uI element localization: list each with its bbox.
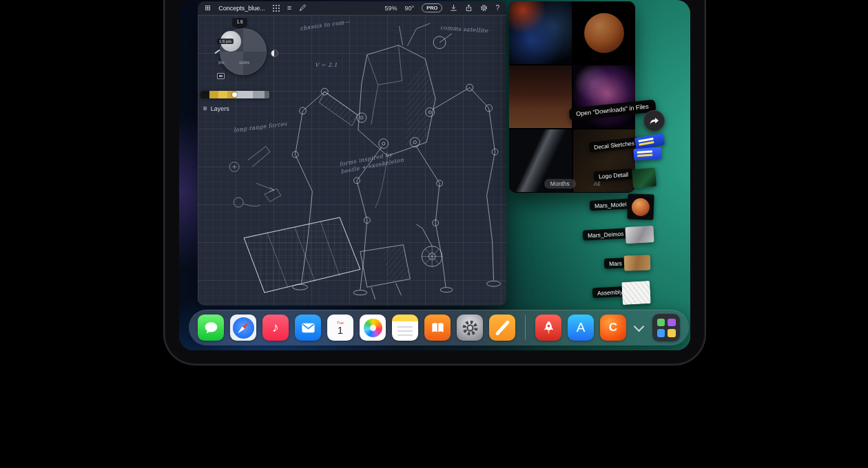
swatch-yellow-dark[interactable] [209, 91, 218, 98]
music-app-icon[interactable]: ♪ [262, 315, 289, 341]
drag-item-thumbnail[interactable] [624, 255, 651, 270]
app-store-icon[interactable]: A [568, 315, 594, 341]
photos-app-icon[interactable] [360, 315, 386, 341]
layers-mini-icon[interactable] [217, 73, 225, 79]
suggested-apps-widget[interactable] [652, 314, 680, 341]
drag-item-label[interactable]: Mars_Model [590, 198, 632, 211]
export-share-icon[interactable] [465, 4, 473, 12]
brush-size-label: 1.6 pts [217, 39, 234, 44]
swatch-dark-gray[interactable] [265, 91, 269, 98]
swatch-black[interactable] [200, 91, 209, 98]
document-title[interactable]: Concepts_blue... [218, 5, 265, 12]
forward-arrow-icon [649, 116, 660, 127]
sketch-annotation: V = 2.1 [315, 62, 338, 68]
calendar-day: 1 [338, 325, 343, 337]
concepts-toolbar: ⊞ Concepts_blue... ≡ 59% 90° PRO ? [198, 1, 506, 15]
import-icon[interactable] [450, 4, 457, 12]
pro-badge-button[interactable]: PRO [422, 3, 442, 12]
dock: ♪ Tue 1 A C [189, 310, 689, 345]
messages-app-icon[interactable] [198, 315, 224, 341]
pen-tool-icon[interactable] [299, 4, 307, 12]
books-app-icon[interactable] [424, 315, 451, 341]
drag-item-thumbnail[interactable] [621, 281, 651, 305]
color-slider-dot[interactable] [232, 92, 237, 97]
app-grid-icon[interactable]: ⊞ [205, 4, 211, 12]
zoom-level[interactable]: 59% [385, 5, 397, 12]
opacity-toggle-icon[interactable] [271, 50, 278, 57]
drag-dim-overlay [509, 1, 635, 193]
concepts-app-window: ⊞ Concepts_blue... ≡ 59% 90° PRO ? [198, 1, 506, 306]
creative-app-icon[interactable]: C [600, 315, 626, 341]
menu-lines-icon[interactable]: ≡ [287, 4, 291, 12]
layers-label: Layers [211, 105, 229, 112]
drag-item-thumbnail[interactable] [632, 168, 657, 189]
swatch-gray[interactable] [253, 91, 265, 98]
swatch-yellow[interactable] [218, 91, 227, 98]
photos-app-window: Months All [509, 1, 635, 193]
calendar-app-icon[interactable]: Tue 1 [327, 315, 353, 341]
help-button[interactable]: ? [495, 4, 499, 12]
photos-segmented-control: Months All [509, 179, 635, 189]
drag-item-thumbnail[interactable] [625, 226, 654, 244]
sketch-app-icon[interactable] [489, 315, 515, 341]
opacity-min-label: 0% [218, 61, 225, 65]
ipad-screen: ⊞ Concepts_blue... ≡ 59% 90° PRO ? [179, 0, 690, 350]
drag-item-thumbnail[interactable] [627, 193, 654, 220]
dock-divider [525, 315, 526, 340]
settings-gear-icon[interactable] [480, 4, 488, 12]
pencil-icon [495, 319, 510, 335]
music-note-icon: ♪ [272, 320, 279, 335]
brush-tool-wheel[interactable]: 1.6 1.6 pts 0% 100% [207, 18, 283, 88]
layers-menu-icon: ≡ [203, 105, 207, 112]
mail-app-icon[interactable] [295, 315, 321, 341]
opacity-max-label: 100% [239, 61, 249, 65]
drag-item-thumbnail[interactable] [634, 136, 665, 164]
precision-grid-icon[interactable] [273, 5, 280, 12]
rotation-value[interactable]: 90° [405, 5, 415, 12]
safari-app-icon[interactable] [230, 315, 256, 341]
layers-panel-toggle[interactable]: ≡ Layers [203, 105, 229, 112]
share-drop-button[interactable] [643, 110, 665, 131]
segment-months[interactable]: Months [544, 179, 576, 189]
dock-collapse-chevron[interactable] [632, 321, 646, 334]
gear-icon [461, 319, 479, 337]
rocket-icon [541, 320, 557, 336]
ipad-device: ⊞ Concepts_blue... ≡ 59% 90° PRO ? [163, 0, 706, 365]
notes-app-icon[interactable] [392, 315, 418, 341]
swatch-light-gray[interactable] [236, 91, 253, 98]
settings-app-icon[interactable] [457, 315, 483, 341]
chevron-down-icon [634, 321, 645, 332]
rocket-app-icon[interactable] [535, 315, 561, 341]
